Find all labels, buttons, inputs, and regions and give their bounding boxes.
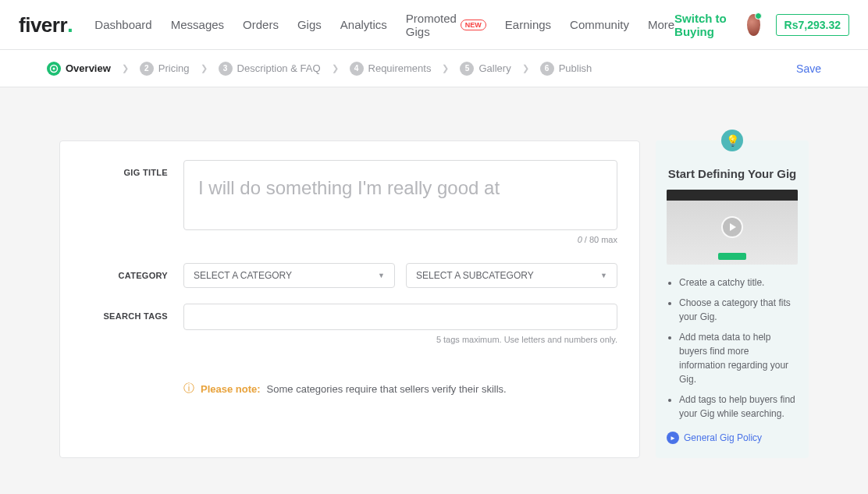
logo[interactable]: fiverr. bbox=[19, 12, 73, 37]
step-number: 3 bbox=[219, 62, 233, 76]
logo-text: fiverr bbox=[19, 13, 67, 37]
step-label: Overview bbox=[66, 62, 111, 74]
note-row: ⓘ Please note: Some categories require t… bbox=[82, 382, 617, 396]
category-select[interactable]: SELECT A CATEGORY▼ bbox=[183, 263, 395, 288]
header-right: Switch to Buying Rs7,293.32 bbox=[674, 12, 849, 38]
new-badge: NEW bbox=[461, 20, 486, 30]
sidebar-title: Start Defining Your Gig bbox=[667, 167, 798, 180]
step-pricing[interactable]: 2Pricing bbox=[140, 62, 190, 76]
switch-to-buying-link[interactable]: Switch to Buying bbox=[674, 12, 731, 38]
step-overview[interactable]: Overview bbox=[47, 62, 111, 76]
nav-orders[interactable]: Orders bbox=[243, 12, 279, 38]
step-number: 6 bbox=[540, 62, 554, 76]
chevron-right-icon: ❯ bbox=[122, 63, 129, 73]
policy-link-row: ► General Gig Policy bbox=[667, 432, 798, 444]
nav-promoted-label: Promoted Gigs bbox=[406, 12, 457, 38]
tip-item: Add tags to help buyers find your Gig wh… bbox=[679, 393, 798, 421]
chevron-right-icon: ❯ bbox=[332, 63, 339, 73]
tips-list: Create a catchy title. Choose a category… bbox=[667, 275, 798, 421]
top-nav: Dashboard Messages Orders Gigs Analytics… bbox=[94, 12, 674, 38]
balance-badge[interactable]: Rs7,293.32 bbox=[776, 14, 849, 36]
main-content: GIG TITLE I will do something I'm really… bbox=[59, 87, 809, 489]
chevron-right-icon: ❯ bbox=[201, 63, 208, 73]
gig-form: GIG TITLE I will do something I'm really… bbox=[59, 140, 640, 458]
gig-policy-link[interactable]: General Gig Policy bbox=[684, 432, 762, 443]
logo-dot: . bbox=[67, 12, 73, 37]
step-gallery[interactable]: 5Gallery bbox=[460, 62, 510, 76]
gig-title-input[interactable]: I will do something I'm really good at bbox=[183, 160, 617, 230]
tips-sidebar: 💡 Start Defining Your Gig Create a catch… bbox=[656, 140, 809, 458]
info-icon: ⓘ bbox=[183, 382, 194, 396]
chevron-down-icon: ▼ bbox=[600, 272, 607, 279]
tip-item: Add meta data to help buyers find more i… bbox=[679, 330, 798, 386]
subcategory-select[interactable]: SELECT A SUBCATEGORY▼ bbox=[406, 263, 617, 288]
step-requirements[interactable]: 4Requirements bbox=[350, 62, 432, 76]
play-icon bbox=[721, 216, 743, 238]
step-number: 4 bbox=[350, 62, 364, 76]
title-char-count: 0 / 80 max bbox=[183, 235, 617, 244]
category-selects: SELECT A CATEGORY▼ SELECT A SUBCATEGORY▼ bbox=[183, 263, 617, 288]
nav-more[interactable]: More bbox=[648, 12, 674, 38]
video-topbar bbox=[667, 190, 798, 201]
chevron-right-icon: ❯ bbox=[442, 63, 449, 73]
nav-analytics[interactable]: Analytics bbox=[340, 12, 387, 38]
select-value: SELECT A CATEGORY bbox=[194, 270, 292, 281]
select-value: SELECT A SUBCATEGORY bbox=[416, 270, 534, 281]
step-label: Gallery bbox=[478, 62, 510, 74]
svg-point-2 bbox=[53, 67, 55, 69]
tags-field: 5 tags maximum. Use letters and numbers … bbox=[183, 304, 617, 357]
steps-bar: Overview ❯ 2Pricing ❯ 3Description & FAQ… bbox=[0, 50, 868, 87]
row-tags: SEARCH TAGS 5 tags maximum. Use letters … bbox=[82, 304, 617, 357]
check-icon bbox=[47, 62, 61, 76]
save-link[interactable]: Save bbox=[796, 62, 821, 75]
video-icon: ► bbox=[667, 432, 679, 444]
step-number: 2 bbox=[140, 62, 154, 76]
tags-input[interactable] bbox=[183, 304, 617, 330]
step-description[interactable]: 3Description & FAQ bbox=[219, 62, 321, 76]
video-fake-button bbox=[718, 253, 746, 260]
nav-earnings[interactable]: Earnings bbox=[505, 12, 551, 38]
chevron-right-icon: ❯ bbox=[522, 63, 529, 73]
avatar[interactable] bbox=[747, 14, 760, 36]
note-label: Please note: bbox=[201, 383, 261, 395]
note-text: Some categories require that sellers ver… bbox=[267, 383, 507, 395]
step-label: Requirements bbox=[368, 62, 432, 74]
steps: Overview ❯ 2Pricing ❯ 3Description & FAQ… bbox=[47, 62, 796, 76]
step-label: Publish bbox=[559, 62, 592, 74]
tip-item: Choose a category that fits your Gig. bbox=[679, 296, 798, 324]
step-number: 5 bbox=[460, 62, 474, 76]
gig-title-field: I will do something I'm really good at 0… bbox=[183, 160, 617, 257]
tutorial-video[interactable] bbox=[667, 190, 798, 265]
nav-community[interactable]: Community bbox=[570, 12, 629, 38]
step-label: Pricing bbox=[158, 62, 190, 74]
step-publish[interactable]: 6Publish bbox=[540, 62, 592, 76]
nav-gigs[interactable]: Gigs bbox=[297, 12, 322, 38]
nav-promoted-gigs[interactable]: Promoted GigsNEW bbox=[406, 12, 486, 38]
bulb-icon: 💡 bbox=[721, 130, 743, 151]
row-category: CATEGORY SELECT A CATEGORY▼ SELECT A SUB… bbox=[82, 263, 617, 288]
category-label: CATEGORY bbox=[82, 263, 183, 288]
tip-item: Create a catchy title. bbox=[679, 275, 798, 290]
nav-dashboard[interactable]: Dashboard bbox=[94, 12, 151, 38]
step-label: Description & FAQ bbox=[237, 62, 321, 74]
gig-title-label: GIG TITLE bbox=[82, 160, 183, 257]
nav-messages[interactable]: Messages bbox=[171, 12, 224, 38]
tags-label: SEARCH TAGS bbox=[82, 304, 183, 357]
row-title: GIG TITLE I will do something I'm really… bbox=[82, 160, 617, 257]
category-field: SELECT A CATEGORY▼ SELECT A SUBCATEGORY▼ bbox=[183, 263, 617, 288]
online-indicator bbox=[755, 12, 762, 20]
tags-hint: 5 tags maximum. Use letters and numbers … bbox=[183, 335, 617, 344]
chevron-down-icon: ▼ bbox=[378, 272, 385, 279]
main-header: fiverr. Dashboard Messages Orders Gigs A… bbox=[0, 0, 868, 50]
